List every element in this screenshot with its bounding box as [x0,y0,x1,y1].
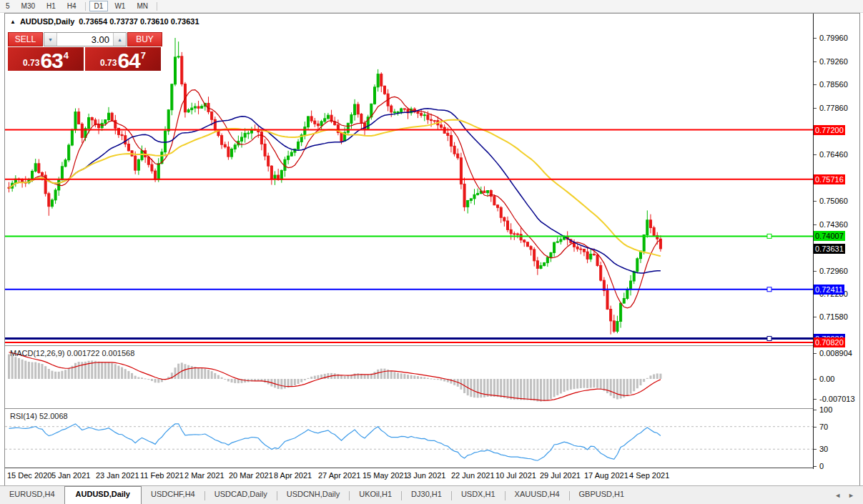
rsi-line [9,424,661,460]
chart-tab-xauusd-h4[interactable]: XAUUSD,H4 [506,486,569,504]
timeframe-button-h4[interactable]: H4 [62,1,82,11]
volume-spinner: ▼ 3.00 ▲ [44,32,127,46]
toolbar-separator [157,2,157,11]
rsi-tick: 0 [819,462,824,470]
arrow-up-icon: ▲ [117,37,122,42]
price-tick: 0.76460 [819,150,848,159]
tab-scroll-left-icon[interactable]: ◄ [834,492,841,499]
timeframe-button-mn[interactable]: MN [132,1,153,11]
rsi-tick: 30 [819,445,828,453]
price-tick: 0.79960 [819,34,848,42]
date-label: 3 Jun 2021 [407,471,445,480]
level-drag-handle[interactable] [767,337,771,341]
arrow-down-icon: ▼ [48,37,53,42]
chart-tab-gbpusd-h1[interactable]: GBPUSD,H1 [570,486,634,504]
sell-price-big: 63 [40,50,62,71]
timeframe-button-w1[interactable]: W1 [109,1,130,11]
chart-tab-bar: EURUSD,H4AUDUSD,DailyUSDCHF,H4USDCAD,Dai… [0,485,863,504]
price-level-badge: 0.75716 [814,174,845,184]
macd-tick: 0.008904 [819,349,852,357]
chart-tab-usdcnh-daily[interactable]: USDCNH,Daily [277,486,350,504]
macd-indicator-label: MACD(12,26,9) 0.001722 0.001568 [10,349,134,357]
timeframe-button-d1[interactable]: D1 [89,1,109,11]
toolbar-separator [85,2,86,11]
buy-price-prefix: 0.73 [100,58,117,68]
date-label: 10 Jul 2021 [495,471,536,480]
chart-tab-usdchf-h4[interactable]: USDCHF,H4 [142,486,204,504]
date-label: 23 Jan 2021 [96,471,139,480]
date-label: 11 Feb 2021 [140,471,184,480]
rsi-tick: 100 [819,405,832,414]
price-axis: 0.799600.792600.785600.778600.764600.750… [814,14,858,469]
chart-tab-ukoil-h1[interactable]: UKOil,H1 [350,486,401,504]
timeframe-button-h1[interactable]: H1 [41,1,61,11]
chart-tab-eurusd-h4[interactable]: EURUSD,H4 [0,486,64,504]
sell-price-pip: 4 [64,50,69,61]
price-level-badge: 0.73631 [814,244,845,254]
chart-canvas [5,14,813,469]
rsi-layer [5,424,813,460]
volume-input[interactable]: 3.00 [57,33,113,46]
date-label: 8 Apr 2021 [274,471,312,480]
buy-price-display[interactable]: 0.73 64 7 [85,47,161,71]
chart-symbol-label: AUDUSD,Daily [20,17,74,26]
sell-price-prefix: 0.73 [23,58,39,68]
chart-tab-usdx-h1[interactable]: USDX,H1 [452,486,505,504]
date-label: 17 Aug 2021 [584,471,628,480]
price-tick: 0.77860 [819,104,848,112]
collapse-arrow-icon[interactable]: ▲ [10,19,16,25]
date-label: 20 Mar 2021 [229,471,273,480]
volume-decrease-button[interactable]: ▼ [44,33,57,46]
price-level-badge: 0.74007 [814,231,845,241]
volume-increase-button[interactable]: ▲ [113,33,126,46]
level-drag-handle[interactable] [767,234,771,238]
price-tick: 0.78560 [819,80,848,89]
price-tick: 0.71580 [819,312,848,321]
chart-tab-dj30-h1[interactable]: DJ30,H1 [402,486,451,504]
date-label: 15 Dec 2020 [7,471,51,480]
price-level-badge: 0.70820 [814,337,845,347]
chart-plot-area[interactable]: ▲ AUDUSD,Daily 0.73654 0.73737 0.73610 0… [5,14,814,469]
chart-window: ▲ AUDUSD,Daily 0.73654 0.73737 0.73610 0… [4,13,860,486]
macd-tick: -0.007013 [819,395,855,403]
horizontal-levels-layer [5,130,813,342]
tab-scroll-right-icon[interactable]: ► [848,492,854,499]
level-drag-handle[interactable] [767,287,771,292]
date-label: 15 May 2021 [363,471,408,480]
date-label: 4 Sep 2021 [629,471,669,480]
sell-button[interactable]: SELL [8,32,43,46]
macd-tick: 0.00 [819,375,834,383]
price-level-badge: 0.72411 [814,285,844,295]
rsi-indicator-label: RSI(14) 52.0068 [10,412,68,420]
time-axis: 15 Dec 20205 Jan 202123 Jan 202111 Feb 2… [5,469,813,484]
sell-price-display[interactable]: 0.73 63 4 [8,47,84,71]
timeframe-button-m30[interactable]: M30 [16,1,40,11]
macd-layer [8,352,661,402]
price-tick: 0.74360 [819,220,848,229]
buy-price-big: 64 [117,50,139,71]
moving-average-line [9,109,661,273]
chart-ohlc-values: 0.73654 0.73737 0.73610 0.73631 [79,17,199,26]
chart-tab-usdcad-daily[interactable]: USDCAD,Daily [205,486,277,504]
price-tick: 0.79260 [819,57,848,66]
chart-title: ▲ AUDUSD,Daily 0.73654 0.73737 0.73610 0… [10,17,199,26]
timeframe-toolbar: 5M30H1H4D1W1MN [0,0,863,13]
date-label: 5 Jan 2021 [51,471,90,480]
date-label: 29 Jul 2021 [540,471,581,480]
buy-price-pip: 7 [141,50,146,61]
price-tick: 0.75060 [819,197,848,205]
buy-button[interactable]: BUY [127,32,162,46]
timeframe-button-5[interactable]: 5 [1,1,15,11]
price-level-badge: 0.77200 [814,125,845,135]
date-label: 22 Jun 2021 [451,471,495,480]
date-label: 27 Apr 2021 [318,471,360,480]
chart-tab-audusd-daily[interactable]: AUDUSD,Daily [64,486,142,504]
date-label: 2 Mar 2021 [184,471,225,480]
one-click-trading-panel: SELL ▼ 3.00 ▲ BUY 0.73 63 4 0.73 64 7 [8,32,162,71]
rsi-tick: 70 [819,423,828,431]
price-tick: 0.72960 [819,267,848,275]
